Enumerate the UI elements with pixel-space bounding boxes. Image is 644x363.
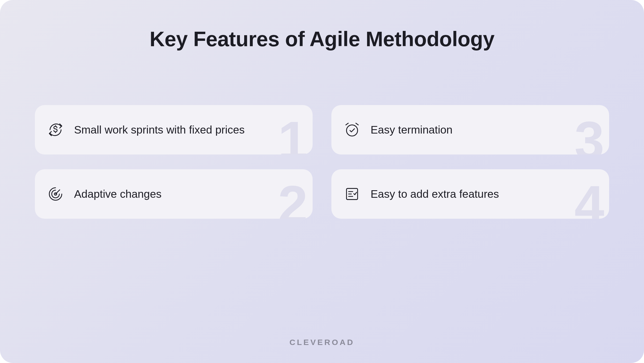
svg-line-4 <box>356 123 358 125</box>
feature-card-4: Easy to add extra features 4 <box>331 169 609 219</box>
brand-footer: CLEVEROAD <box>0 338 644 347</box>
target-icon <box>47 186 64 202</box>
svg-line-6 <box>56 190 60 194</box>
svg-point-2 <box>346 125 357 136</box>
feature-label: Easy termination <box>371 124 452 136</box>
feature-card-1: Small work sprints with fixed prices 1 <box>35 105 313 154</box>
feature-card-2: Adaptive changes 2 <box>35 169 313 219</box>
svg-rect-7 <box>346 188 357 199</box>
feature-number: 2 <box>278 178 308 219</box>
feature-card-3: Easy termination 3 <box>331 105 609 154</box>
svg-line-3 <box>346 123 348 125</box>
feature-number: 4 <box>575 178 604 219</box>
page-title: Key Features of Agile Methodology <box>35 27 609 51</box>
alarm-check-icon <box>344 121 360 138</box>
checklist-icon <box>344 186 360 202</box>
feature-label: Easy to add extra features <box>371 188 499 200</box>
feature-label: Small work sprints with fixed prices <box>74 124 245 136</box>
infographic-canvas: Key Features of Agile Methodology Small … <box>0 0 644 363</box>
feature-number: 1 <box>278 114 308 154</box>
feature-grid: Small work sprints with fixed prices 1 E… <box>35 105 609 219</box>
feature-number: 3 <box>575 114 604 154</box>
feature-label: Adaptive changes <box>74 188 162 200</box>
dollar-refresh-icon <box>47 121 64 138</box>
